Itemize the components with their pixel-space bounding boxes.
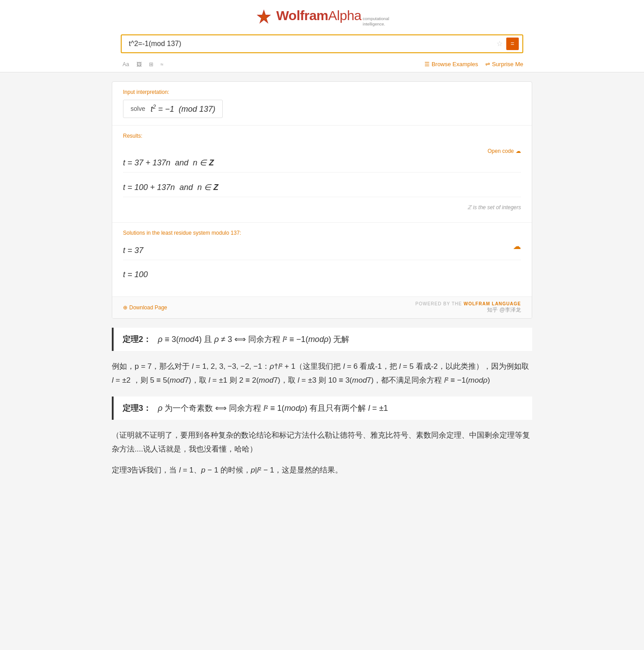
logo-alpha: Alpha <box>328 8 361 23</box>
surprise-me-link[interactable]: ⇌ Surprise Me <box>485 61 523 68</box>
input-interpretation-label: Input interpretation: <box>123 89 521 95</box>
toolbar-extra-btn[interactable]: ≈ <box>159 60 165 68</box>
result-line-1: t = 37 + 137n and n ∈ Z <box>123 153 521 173</box>
article-paragraph-2: （证明就不证明了，要用到各种复杂的数论结论和标记方法什么勒让德符号、雅克比符号、… <box>112 429 532 456</box>
cloud-upload-icon[interactable]: ☁ <box>513 241 521 251</box>
logo-wordmark: Wolfram Alpha computational intelligence… <box>276 8 389 27</box>
toolbar-grid-btn[interactable]: ⊞ <box>147 60 155 68</box>
watermark: 知乎 @李泽龙 <box>415 306 521 314</box>
solutions-label: Solutions in the least residue system mo… <box>123 230 521 236</box>
logo-area: Wolfram Alpha computational intelligence… <box>255 8 389 27</box>
open-code-button[interactable]: Open code ☁ <box>487 148 521 154</box>
article-section: 定理2： ρ ≡ 3(mod4) 且 ρ ≠ 3 ⟺ 同余方程 l² ≡ −1(… <box>103 328 541 477</box>
svg-marker-1 <box>258 11 269 22</box>
search-action-icons: ☆ = <box>496 38 519 50</box>
favorite-button[interactable]: ☆ <box>496 39 503 48</box>
powered-by-label: POWERED BY THE <box>415 301 462 306</box>
powered-by-text: POWERED BY THE WOLFRAM LANGUAGE <box>415 301 521 306</box>
toolbar-right: ☰ Browse Examples ⇌ Surprise Me <box>424 61 523 68</box>
theorem-3-text: 定理3： ρ 为一个奇素数 ⟺ 同余方程 l² ≡ 1(modρ) 有且只有两个… <box>123 402 523 415</box>
toolbar-image-btn[interactable]: 🖼 <box>135 60 144 68</box>
results-section: Results: Open code ☁ t = 37 + 137n and n… <box>112 126 532 223</box>
menu-icon: ☰ <box>424 61 430 68</box>
powered-by-area: POWERED BY THE WOLFRAM LANGUAGE 知乎 @李泽龙 <box>415 301 521 314</box>
logo-tagline: computational intelligence. <box>363 16 389 27</box>
shuffle-icon: ⇌ <box>485 61 490 68</box>
search-container: ☆ = <box>121 34 523 53</box>
wolfram-star-icon <box>255 8 273 26</box>
theorem-3-title: 定理3： <box>123 404 151 413</box>
solution-item-2: t = 100 <box>123 266 521 284</box>
solutions-section: Solutions in the least residue system mo… <box>112 223 532 296</box>
article-paragraph-1: 例如，p = 7，那么对于 l = 1, 2, 3, −3, −2, −1：ρ†… <box>112 360 532 387</box>
header: Wolfram Alpha computational intelligence… <box>0 0 644 72</box>
solution-item-1: t = 37 <box>123 241 521 260</box>
result-line-2: t = 100 + 137n and n ∈ Z <box>123 178 521 197</box>
theorem-2-title: 定理2： <box>123 335 151 344</box>
surprise-me-label: Surprise Me <box>492 61 523 68</box>
open-code-label: Open code <box>487 148 514 154</box>
browse-examples-link[interactable]: ☰ Browse Examples <box>424 61 478 68</box>
download-page-button[interactable]: ⊕ Download Page <box>123 304 167 311</box>
article-paragraph-3: 定理3告诉我们，当 l = 1、p − 1 的时候，p|l² − 1，这是显然的… <box>112 464 532 477</box>
solve-label: solve <box>131 105 145 112</box>
footnote: ℤ is the set of integers <box>123 203 521 211</box>
result-card: Input interpretation: solve t2 = −1 (mod… <box>112 81 532 319</box>
results-label: Results: <box>123 133 521 139</box>
input-interpretation-section: Input interpretation: solve t2 = −1 (mod… <box>112 82 532 126</box>
cloud-icon: ☁ <box>516 148 521 154</box>
toolbar-text-btn[interactable]: Aa <box>121 60 131 68</box>
browse-examples-label: Browse Examples <box>432 61 478 68</box>
theorem-3-block: 定理3： ρ 为一个奇素数 ⟺ 同余方程 l² ≡ 1(modρ) 有且只有两个… <box>112 397 532 420</box>
toolbar: Aa 🖼 ⊞ ≈ ☰ Browse Examples ⇌ Surprise Me <box>121 58 523 72</box>
results-content: Open code ☁ t = 37 + 137n and n ∈ Z t = … <box>123 144 521 215</box>
search-bar: ☆ = <box>121 34 523 53</box>
download-icon: ⊕ <box>123 304 127 311</box>
toolbar-left: Aa 🖼 ⊞ ≈ <box>121 60 165 68</box>
submit-button[interactable]: = <box>506 38 519 50</box>
download-label: Download Page <box>129 304 167 311</box>
main-content: Input interpretation: solve t2 = −1 (mod… <box>103 81 541 319</box>
input-formula: t2 = −1 (mod 137) <box>151 104 216 114</box>
interpretation-box: solve t2 = −1 (mod 137) <box>123 100 223 118</box>
theorem-2-text: 定理2： ρ ≡ 3(mod4) 且 ρ ≠ 3 ⟺ 同余方程 l² ≡ −1(… <box>123 333 523 346</box>
logo-wolfram: Wolfram <box>276 8 328 23</box>
card-footer: ⊕ Download Page POWERED BY THE WOLFRAM L… <box>112 296 532 318</box>
search-input[interactable] <box>125 35 496 52</box>
wolfram-language-label: WOLFRAM LANGUAGE <box>464 301 521 306</box>
theorem-2-block: 定理2： ρ ≡ 3(mod4) 且 ρ ≠ 3 ⟺ 同余方程 l² ≡ −1(… <box>112 328 532 351</box>
